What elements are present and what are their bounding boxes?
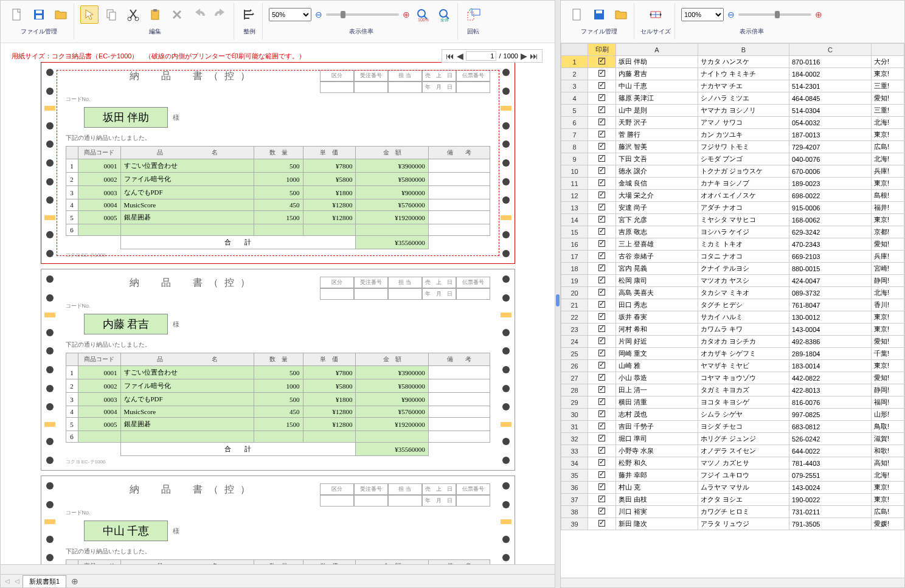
r-zoom-slider[interactable] [738,13,811,16]
item-amt[interactable]: ¥900000 [356,393,428,406]
item-amt[interactable]: ¥3900000 [356,366,428,379]
cell-code[interactable]: 629-3242 [789,226,871,238]
item-amt[interactable]: ¥5760000 [356,199,428,211]
cell-pref[interactable]: 三重! [871,105,904,117]
cell-name[interactable]: 片岡 好近 [616,336,698,348]
cell-name[interactable]: 徳永 譲介 [616,165,698,178]
cell-code[interactable]: 514-0304 [789,105,871,117]
cell-code[interactable]: 492-8386 [789,336,871,348]
zoom-out-icon[interactable]: ⊖ [315,10,322,19]
cell-code[interactable]: 915-0006 [789,202,871,214]
cell-name[interactable]: 中山 千恵 [616,80,698,92]
cell-name[interactable]: 宮内 晃義 [616,263,698,275]
item-code[interactable]: 0005 [78,211,120,224]
cell-code[interactable]: 422-8013 [789,384,871,396]
print-checkbox-cell[interactable] [588,226,616,238]
print-checkbox-cell[interactable] [588,433,616,445]
cell-name[interactable]: 天野 沢子 [616,117,698,129]
print-checkbox-cell[interactable] [588,336,616,348]
cell-kana[interactable]: ヨコタ キヨシゲ [698,396,789,409]
cell-kana[interactable]: シモダ ブンゴ [698,153,789,165]
cell-code[interactable]: 054-0032 [789,117,871,129]
row-header[interactable]: 33 [561,445,588,457]
cell-pref[interactable]: 山形! [871,409,904,421]
item-note[interactable] [428,406,490,418]
cell-pref[interactable]: 愛知! [871,372,904,384]
row-header[interactable]: 15 [561,226,588,238]
row-header[interactable]: 13 [561,202,588,214]
item-amt[interactable]: ¥900000 [356,186,428,199]
cell-name[interactable]: 山崎 雅 [616,360,698,372]
row-header[interactable]: 7 [561,129,588,141]
row-header[interactable]: 16 [561,238,588,251]
cell-pref[interactable]: 京都! [871,226,904,238]
item-amt[interactable]: ¥5800000 [356,379,428,393]
item-note[interactable] [428,186,490,199]
cell-kana[interactable]: サカタ ハンスケ [698,56,789,68]
row-header[interactable]: 10 [561,165,588,178]
row-header[interactable]: 4 [561,92,588,105]
item-name[interactable] [120,224,254,236]
cell-pref[interactable]: 高知! [871,457,904,469]
cell-kana[interactable]: タガミ キヨカズ [698,384,789,396]
row-header[interactable]: 5 [561,105,588,117]
print-checkbox-cell[interactable] [588,482,616,494]
item-name[interactable]: 銀星囲碁 [120,418,254,431]
cell-kana[interactable]: マツオカ ヤスシ [698,275,789,287]
print-checkbox-cell[interactable] [588,409,616,421]
item-code[interactable]: 0004 [78,199,120,211]
cell-size-button[interactable] [647,5,665,24]
right-hscroll[interactable] [561,578,904,587]
item-code[interactable]: 0003 [78,186,120,199]
print-checkbox-cell[interactable] [588,421,616,433]
cell-name[interactable]: 村山 克 [616,482,698,494]
row-header[interactable]: 22 [561,311,588,323]
print-checkbox-cell[interactable] [588,238,616,251]
row-header[interactable]: 2 [561,68,588,80]
cell-code[interactable]: 526-0242 [789,433,871,445]
print-checkbox-cell[interactable] [588,117,616,129]
cell-code[interactable]: 880-0015 [789,263,871,275]
cell-name[interactable]: 藤沢 智美 [616,141,698,153]
cell-kana[interactable]: オクタ ヨシエ [698,494,789,506]
item-qty[interactable]: 500 [254,186,303,199]
cell-pref[interactable]: 広島! [871,141,904,153]
row-header[interactable]: 18 [561,263,588,275]
cell-code[interactable]: 731-0211 [789,506,871,518]
item-qty[interactable]: 500 [254,366,303,379]
item-unit[interactable]: ¥12800 [303,199,356,211]
item-qty[interactable]: 1500 [254,211,303,224]
cell-pref[interactable]: 静岡! [871,275,904,287]
item-unit[interactable]: ¥1800 [303,393,356,406]
item-code[interactable]: 0005 [78,418,120,431]
item-amt[interactable]: ¥5760000 [356,406,428,418]
cell-name[interactable]: 高島 美喜夫 [616,287,698,299]
redo-button[interactable] [212,5,230,24]
cell-kana[interactable]: ホリグチ ジュンジ [698,433,789,445]
cell-code[interactable]: 187-0013 [789,129,871,141]
cell-kana[interactable]: フジイ ユキロウ [698,469,789,482]
cell-name[interactable]: 田上 清一 [616,384,698,396]
cell-kana[interactable]: ミヤシタ マサヒコ [698,214,789,226]
row-header[interactable]: 11 [561,178,588,190]
cell-code[interactable]: 514-2301 [789,80,871,92]
cell-code[interactable]: 168-0062 [789,214,871,226]
item-unit[interactable]: ¥12800 [303,406,356,418]
cell-code[interactable]: 079-2551 [789,469,871,482]
item-qty[interactable]: 450 [254,199,303,211]
sheet-tab[interactable]: 新規書類1 [23,575,66,587]
pager-next-icon[interactable]: ▶ [521,51,527,61]
cell-code[interactable]: 683-0812 [789,421,871,433]
save-button[interactable] [30,5,48,24]
r-save-button[interactable] [590,5,608,24]
cell-pref[interactable]: 東京! [871,178,904,190]
cell-pref[interactable]: 千葉! [871,348,904,360]
cell-name[interactable]: 金城 良信 [616,178,698,190]
cell-code[interactable]: 644-0022 [789,445,871,457]
cell-kana[interactable]: ムラヤマ マサル [698,482,789,494]
item-name[interactable]: すごい位置合わせ [120,366,254,379]
item-amt[interactable] [356,224,428,236]
print-checkbox-cell[interactable] [588,275,616,287]
col-b-header[interactable]: B [698,44,789,56]
cell-code[interactable]: 870-0116 [789,56,871,68]
